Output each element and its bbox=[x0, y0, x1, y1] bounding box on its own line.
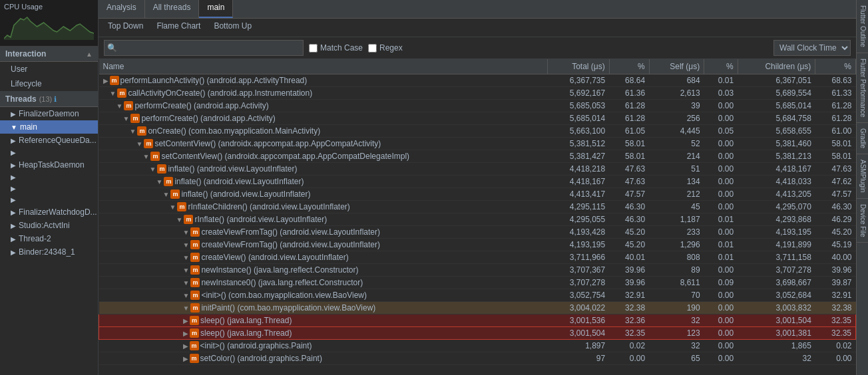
row-expand-icon[interactable]: ▼ bbox=[183, 292, 190, 299]
row-expand-icon[interactable]: ▼ bbox=[176, 216, 183, 223]
sidebar-thread-item[interactable]: ▶Thread-2 bbox=[0, 232, 98, 245]
sidebar-thread-item[interactable]: ▼main bbox=[0, 120, 98, 134]
row-expand-icon[interactable]: ▼ bbox=[183, 254, 190, 261]
table-row[interactable]: ▼monCreate() (com.bao.myapplication.Main… bbox=[99, 125, 856, 138]
total-us-cell: 5,381,512 bbox=[547, 138, 609, 150]
total-us-cell: 5,663,100 bbox=[547, 125, 609, 138]
table-header-cell[interactable]: % bbox=[609, 59, 649, 74]
sidebar-thread-item[interactable]: ▶ReferenceQueueDa... bbox=[0, 134, 98, 147]
sub-tab[interactable]: Top Down bbox=[101, 19, 150, 37]
table-row[interactable]: ▼mcreateViewFromTag() (android.view.Layo… bbox=[99, 226, 856, 239]
row-expand-icon[interactable]: ▼ bbox=[183, 229, 190, 236]
row-expand-icon[interactable]: ▼ bbox=[183, 305, 190, 312]
table-row[interactable]: ▼mperformCreate() (android.app.Activity)… bbox=[99, 112, 856, 125]
children-us-cell: 5,381,213 bbox=[738, 150, 815, 163]
sidebar-thread-item[interactable]: ▶Studio:ActvtIni bbox=[0, 219, 98, 232]
table-row[interactable]: ▼minflate() (android.view.LayoutInflater… bbox=[99, 188, 856, 201]
table-row[interactable]: ▼m<init>() (com.bao.myapplication.view.B… bbox=[99, 289, 856, 302]
row-expand-icon[interactable]: ▼ bbox=[183, 279, 190, 287]
table-row[interactable]: ▼msetContentView() (androidx.appcompat.a… bbox=[99, 150, 856, 163]
table-row[interactable]: ▼minitPaint() (com.bao.myapplication.vie… bbox=[99, 302, 856, 314]
row-expand-icon[interactable]: ▼ bbox=[150, 166, 156, 173]
regex-label[interactable]: Regex bbox=[368, 43, 403, 53]
table-header-cell[interactable]: Name bbox=[99, 59, 548, 74]
sub-tab[interactable]: Flame Chart bbox=[150, 19, 207, 37]
row-expand-icon[interactable]: ▼ bbox=[163, 191, 170, 198]
row-expand-icon[interactable]: ▶ bbox=[183, 355, 188, 362]
table-row[interactable]: ▼mrInflateChildren() (android.view.Layou… bbox=[99, 201, 856, 213]
table-header-cell[interactable]: % bbox=[704, 59, 738, 74]
row-expand-icon[interactable]: ▼ bbox=[123, 115, 130, 122]
table-row[interactable]: ▼mrInflate() (android.view.LayoutInflate… bbox=[99, 213, 856, 226]
table-row[interactable]: ▼minflate() (android.view.LayoutInflater… bbox=[99, 176, 856, 188]
right-panel-item[interactable]: Flutter Performance bbox=[857, 53, 868, 123]
method-icon: m bbox=[190, 303, 200, 312]
children-pct-cell: 47.62 bbox=[815, 176, 856, 188]
table-header-cell[interactable]: Total (μs) bbox=[547, 59, 609, 74]
table-row[interactable]: ▼mcreateView() (android.view.LayoutInfla… bbox=[99, 251, 856, 264]
table-header-cell[interactable]: Children (μs) bbox=[738, 59, 815, 74]
table-row[interactable]: ▶m<init>() (android.graphics.Paint)1,897… bbox=[99, 340, 856, 352]
sidebar-item-lifecycle[interactable]: Lifecycle bbox=[0, 76, 98, 91]
sidebar-thread-item[interactable]: ▶ bbox=[0, 147, 98, 158]
total-us-cell: 5,685,014 bbox=[547, 112, 609, 125]
row-expand-icon[interactable]: ▼ bbox=[130, 128, 136, 135]
row-expand-icon[interactable]: ▼ bbox=[136, 140, 143, 148]
row-expand-icon[interactable]: ▶ bbox=[183, 342, 188, 350]
row-expand-icon[interactable]: ▶ bbox=[183, 317, 188, 324]
self-pct-cell: 0.01 bbox=[704, 239, 738, 251]
self-pct-cell: 0.00 bbox=[704, 226, 738, 239]
regex-checkbox[interactable] bbox=[368, 44, 377, 53]
table-row[interactable]: ▼mnewInstance0() (java.lang.reflect.Cons… bbox=[99, 277, 856, 289]
row-expand-icon[interactable]: ▼ bbox=[156, 178, 163, 186]
clock-time-select[interactable]: Wall Clock TimeThread Time bbox=[773, 40, 851, 56]
sidebar-thread-item[interactable]: ▶FinalizerDaemon bbox=[0, 107, 98, 120]
row-expand-icon[interactable]: ▼ bbox=[183, 267, 190, 274]
sidebar-thread-item[interactable]: ▶Binder:24348_1 bbox=[0, 245, 98, 259]
top-tab[interactable]: All threads bbox=[145, 0, 200, 18]
table-row[interactable]: ▶msetColor() (android.graphics.Paint)970… bbox=[99, 352, 856, 365]
sub-tab[interactable]: Bottom Up bbox=[207, 19, 258, 37]
table-row[interactable]: ▶msleep() (java.lang.Thread)3,001,53632.… bbox=[99, 314, 856, 327]
sidebar-item-user[interactable]: User bbox=[0, 62, 98, 76]
row-expand-icon[interactable]: ▶ bbox=[103, 77, 108, 84]
right-panel-item[interactable]: Device File bbox=[857, 199, 868, 243]
threads-section-header[interactable]: Threads (13) ℹ bbox=[0, 92, 98, 107]
table-header-cell[interactable]: Self (μs) bbox=[649, 59, 704, 74]
table-row[interactable]: ▼msetContentView() (androidx.appcompat.a… bbox=[99, 138, 856, 150]
total-pct-cell: 40.01 bbox=[609, 251, 649, 264]
right-panel-item[interactable]: ASMPlugin bbox=[857, 154, 868, 198]
table-row[interactable]: ▼mperformCreate() (android.app.Activity)… bbox=[99, 100, 856, 112]
table-container[interactable]: NameTotal (μs)%Self (μs)%Children (μs)% … bbox=[99, 59, 856, 375]
sidebar-thread-item[interactable]: ▶ bbox=[0, 194, 98, 205]
right-panel-item[interactable]: Gradle bbox=[857, 123, 868, 154]
row-expand-icon[interactable]: ▼ bbox=[170, 203, 176, 211]
match-case-checkbox[interactable] bbox=[309, 44, 318, 53]
sidebar-thread-item[interactable]: ▶ bbox=[0, 172, 98, 183]
interaction-section-header[interactable]: Interaction ▲ bbox=[0, 47, 98, 62]
row-expand-icon[interactable]: ▼ bbox=[183, 241, 190, 249]
thread-expand-icon: ▶ bbox=[11, 249, 16, 256]
row-expand-icon[interactable]: ▼ bbox=[116, 102, 123, 110]
table-row[interactable]: ▶msleep() (java.lang.Thread)3,001,50432.… bbox=[99, 327, 856, 340]
table-row[interactable]: ▼mcreateViewFromTag() (android.view.Layo… bbox=[99, 239, 856, 251]
top-tab[interactable]: Analysis bbox=[99, 0, 145, 18]
table-row[interactable]: ▼minflate() (android.view.LayoutInflater… bbox=[99, 163, 856, 176]
table-header-cell[interactable]: % bbox=[815, 59, 856, 74]
table-row[interactable]: ▼mcallActivityOnCreate() (android.app.In… bbox=[99, 87, 856, 100]
search-input[interactable] bbox=[104, 40, 304, 56]
top-tab[interactable]: main bbox=[199, 0, 233, 18]
row-expand-icon[interactable]: ▶ bbox=[183, 330, 188, 337]
right-panel-item[interactable]: Flutter Outline bbox=[857, 0, 868, 53]
row-expand-icon[interactable]: ▼ bbox=[110, 90, 116, 97]
row-expand-icon[interactable]: ▼ bbox=[143, 153, 150, 160]
match-case-label[interactable]: Match Case bbox=[309, 43, 363, 53]
sidebar-thread-item[interactable]: ▶ bbox=[0, 183, 98, 194]
table-row[interactable]: ▶mperformLaunchActivity() (android.app.A… bbox=[99, 74, 856, 87]
sidebar-thread-item[interactable]: ▶FinalizerWatchdogD... bbox=[0, 205, 98, 219]
self-pct-cell: 0.00 bbox=[704, 150, 738, 163]
sidebar-thread-item[interactable]: ▶HeapTaskDaemon bbox=[0, 158, 98, 172]
profiler-table: NameTotal (μs)%Self (μs)%Children (μs)% … bbox=[99, 59, 856, 365]
total-us-cell: 3,001,504 bbox=[547, 327, 609, 340]
table-row[interactable]: ▼mnewInstance() (java.lang.reflect.Const… bbox=[99, 264, 856, 277]
